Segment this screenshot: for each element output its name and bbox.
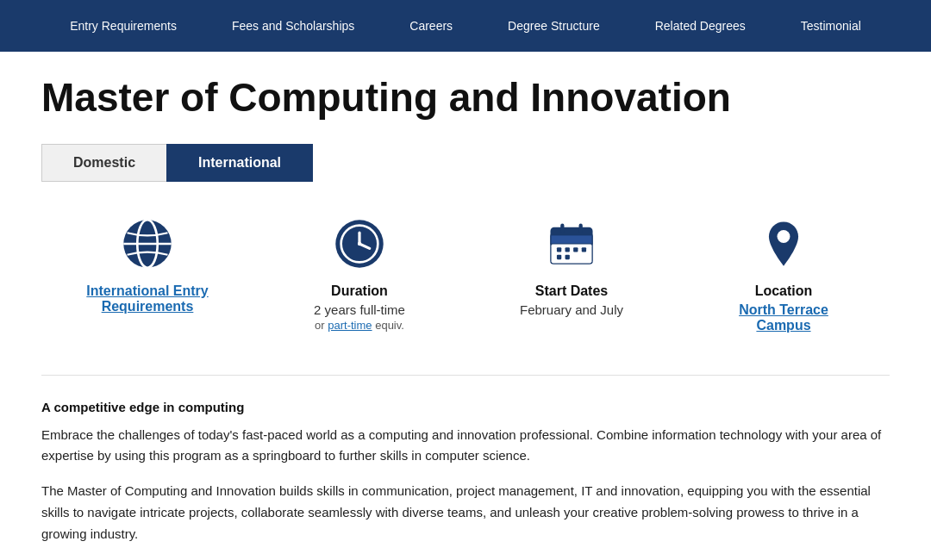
duration-label: Duration [331, 283, 388, 299]
main-content: Master of Computing and Innovation Domes… [0, 52, 931, 560]
description-heading: A competitive edge in computing [41, 400, 890, 414]
svg-rect-21 [557, 254, 561, 258]
entry-requirements-link[interactable]: International EntryRequirements [86, 283, 208, 314]
svg-rect-17 [557, 247, 561, 252]
part-time-link[interactable]: part-time [328, 319, 372, 332]
card-start-dates: Start Dates February and July [466, 216, 678, 317]
card-location: Location North TerraceCampus [678, 216, 890, 333]
nav-item-degree-structure[interactable]: Degree Structure [480, 0, 628, 52]
tab-domestic[interactable]: Domestic [41, 144, 166, 182]
card-duration: Duration 2 years full-time or part-time … [253, 216, 466, 332]
svg-rect-12 [552, 235, 592, 244]
svg-rect-15 [560, 223, 564, 233]
svg-rect-18 [565, 247, 570, 252]
description-section: A competitive edge in computing Embrace … [41, 375, 890, 545]
nav-item-fees-scholarships[interactable]: Fees and Scholarships [204, 0, 382, 52]
location-pin-icon [756, 216, 811, 271]
nav-item-careers[interactable]: Careers [382, 0, 480, 52]
svg-rect-19 [573, 247, 578, 252]
clock-icon [332, 216, 387, 271]
nav-item-related-degrees[interactable]: Related Degrees [628, 0, 773, 52]
svg-rect-16 [579, 223, 583, 233]
nav-item-testimonial[interactable]: Testimonial [773, 0, 889, 52]
location-label: Location [755, 283, 813, 299]
globe-icon [120, 216, 175, 271]
nav-item-entry-requirements[interactable]: Entry Requirements [42, 0, 204, 52]
description-paragraph-1: Embrace the challenges of today's fast-p… [41, 425, 890, 468]
svg-rect-13 [552, 244, 592, 263]
tab-international[interactable]: International [166, 144, 313, 182]
duration-sub: or part-time equiv. [315, 319, 404, 332]
duration-value: 2 years full-time [314, 302, 405, 317]
info-cards: International EntryRequirements Duration… [41, 216, 890, 333]
svg-rect-22 [565, 254, 570, 258]
start-dates-label: Start Dates [535, 283, 608, 299]
page-title: Master of Computing and Innovation [41, 76, 890, 120]
navigation: Entry RequirementsFees and ScholarshipsC… [0, 0, 931, 52]
start-dates-value: February and July [520, 302, 623, 317]
calendar-icon [544, 216, 599, 271]
location-link[interactable]: North TerraceCampus [739, 302, 828, 333]
card-entry-requirements: International EntryRequirements [41, 216, 253, 314]
svg-point-23 [778, 230, 790, 243]
description-paragraph-2: The Master of Computing and Innovation b… [41, 481, 890, 544]
svg-rect-20 [582, 247, 586, 252]
tab-group: Domestic International [41, 144, 890, 182]
svg-point-8 [358, 241, 361, 245]
